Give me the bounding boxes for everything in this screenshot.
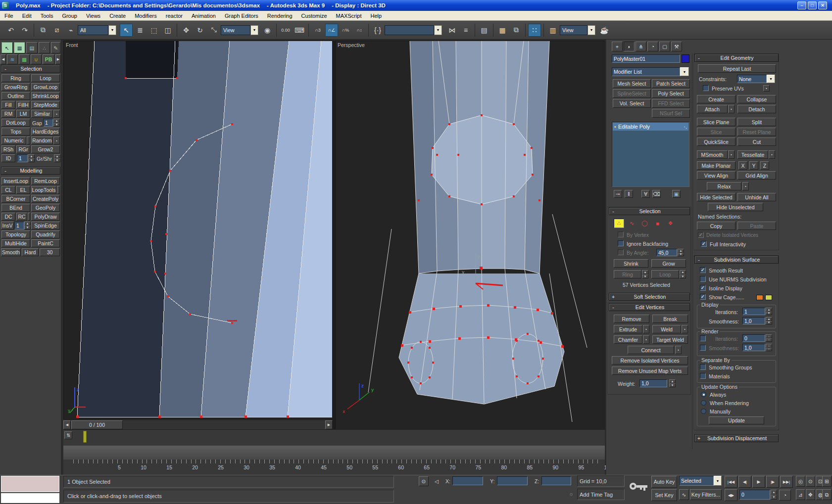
slice-button[interactable]: Slice xyxy=(697,128,735,136)
select-and-move-icon[interactable]: ✥ xyxy=(180,24,193,37)
menu-item[interactable]: Graph Editors xyxy=(220,13,263,19)
align-icon[interactable]: ≡ xyxy=(459,24,472,37)
object-name-field[interactable]: PolyMaster01 xyxy=(612,54,680,63)
pb-random-button[interactable]: Random xyxy=(31,137,53,144)
named-selection-arrow-icon[interactable] xyxy=(434,25,442,35)
pb-brush-tool-icon[interactable]: ✎ xyxy=(51,42,60,53)
pb-rm-button[interactable]: RM xyxy=(1,110,15,118)
delete-isolated-vertices-checkbox[interactable] xyxy=(698,232,704,238)
maximize-button[interactable]: □ xyxy=(808,1,817,9)
add-time-tag[interactable]: Add Time Tag xyxy=(577,489,625,500)
pb-grow2-button[interactable]: Grow2 xyxy=(31,145,60,153)
pin-stack-icon[interactable]: ⊸ xyxy=(614,190,622,198)
tab-modify[interactable]: ◗ xyxy=(624,42,635,51)
relax-button[interactable]: Relax xyxy=(707,182,741,190)
x-field[interactable] xyxy=(452,476,483,485)
smooth-result-checkbox[interactable] xyxy=(700,267,706,273)
when-rendering-radio[interactable] xyxy=(701,400,706,406)
pb-rc-options-button[interactable] xyxy=(28,213,30,221)
maxscript-mini-listener-pink[interactable] xyxy=(1,476,59,492)
planar-z-button[interactable]: Z xyxy=(760,161,769,170)
connect-button[interactable]: Connect xyxy=(628,346,674,354)
window-crossing-icon[interactable]: ◫ xyxy=(161,24,174,37)
auto-key-button[interactable]: Auto Key xyxy=(651,476,677,488)
border-subobject-icon[interactable]: ◯ xyxy=(639,219,650,228)
select-by-name-icon[interactable]: ≣ xyxy=(134,24,147,37)
set-key-button[interactable]: Set Key xyxy=(651,489,677,501)
front-viewport[interactable]: z y xyxy=(63,41,332,419)
current-frame-spinner[interactable] xyxy=(771,490,777,500)
polygon-subobject-icon[interactable]: ■ xyxy=(652,219,663,228)
pb-random-options-button[interactable]: ▪ xyxy=(53,137,60,144)
manually-radio[interactable] xyxy=(701,409,706,414)
make-unique-icon[interactable]: ∀ xyxy=(641,190,650,198)
perspective-viewport-label[interactable]: Perspective xyxy=(338,42,365,48)
pb-insv-button[interactable]: InsV xyxy=(1,222,14,229)
edit-geometry-rollout[interactable]: -Edit Geometry xyxy=(694,54,779,62)
play-icon[interactable]: ▶ xyxy=(752,476,765,488)
selection-filter-arrow-icon[interactable] xyxy=(108,25,116,35)
goto-start-icon[interactable]: |◀◀ xyxy=(725,476,737,488)
key-mode-toggle-icon[interactable]: ◀▶ xyxy=(725,489,737,501)
preserve-uvs-settings-button[interactable]: ▪ xyxy=(763,85,770,92)
schematic-view-icon[interactable]: ⧉ xyxy=(510,24,523,37)
select-and-scale-icon[interactable]: ⤡ xyxy=(207,24,220,37)
menu-item[interactable]: File xyxy=(0,13,18,19)
tessellate-settings-button[interactable]: ▪ xyxy=(769,150,775,159)
angle-snap-icon[interactable]: ∩∠ xyxy=(325,24,338,37)
pb-numeric-options-button[interactable] xyxy=(27,137,30,144)
pb-growloop-button[interactable]: GrowLoop xyxy=(31,83,60,91)
remove-modifier-icon[interactable]: ⌫ xyxy=(652,190,661,198)
default-tangent-icon[interactable]: ∿ xyxy=(679,489,689,500)
redo-icon[interactable]: ↷ xyxy=(18,24,31,37)
slice-plane-button[interactable]: Slice Plane xyxy=(697,118,735,126)
weight-spinner[interactable] xyxy=(669,379,676,387)
display-iterations-spinner[interactable] xyxy=(766,308,772,315)
z-field[interactable] xyxy=(541,476,571,485)
pb-hardedges-button[interactable]: HardEdges xyxy=(31,128,60,136)
pb-select-tool-icon[interactable]: ↖ xyxy=(1,42,13,53)
named-selection-dropdown[interactable] xyxy=(385,25,434,35)
isoline-display-checkbox[interactable] xyxy=(700,285,706,291)
next-frame-icon[interactable]: |▶ xyxy=(766,476,779,488)
pb-bend-button[interactable]: BEnd xyxy=(1,204,30,212)
selection-lock-icon[interactable]: ⊙ xyxy=(419,476,429,486)
pb-loops-icon[interactable]: ∪ xyxy=(31,54,42,64)
y-field[interactable] xyxy=(497,476,528,485)
pb-insv-field[interactable]: 1 xyxy=(14,222,24,229)
unlink-selection-icon[interactable]: ⧄ xyxy=(50,24,63,37)
pb-next-icon[interactable]: ▶ xyxy=(55,54,61,64)
pb-outline-button[interactable]: Outline xyxy=(1,92,30,100)
close-button[interactable]: ✕ xyxy=(818,1,827,9)
remove-isolated-vertices-button[interactable]: Remove Isolated Vertices xyxy=(612,356,688,365)
loop-spinner[interactable] xyxy=(680,270,686,278)
time-configuration-icon[interactable]: ◔ xyxy=(779,490,791,501)
tab-hierarchy[interactable]: ⋔ xyxy=(636,42,646,51)
use-nurms-checkbox[interactable] xyxy=(700,276,706,282)
field-of-view-icon[interactable]: ⊿ xyxy=(796,489,805,500)
pb-dc-button[interactable]: DC xyxy=(1,213,15,221)
hide-selected-button[interactable]: Hide Selected xyxy=(697,193,735,201)
tab-motion[interactable]: ◔ xyxy=(647,42,658,51)
constraints-dropdown[interactable]: None xyxy=(737,75,767,83)
pb-cage-icon[interactable]: ▦ xyxy=(19,54,30,64)
undo-icon[interactable]: ↶ xyxy=(4,24,17,37)
planar-x-button[interactable]: X xyxy=(738,161,747,170)
menu-item[interactable]: Help xyxy=(366,13,387,19)
layer-manager-icon[interactable]: ▤ xyxy=(478,24,490,37)
relax-settings-button[interactable]: ▪ xyxy=(742,182,749,190)
spline-select-button[interactable]: SplineSelect xyxy=(613,89,651,98)
vol-select-button[interactable]: Vol. Select xyxy=(613,99,651,108)
selection-filter-dropdown[interactable]: All xyxy=(78,25,108,35)
collapse-button[interactable]: Collapse xyxy=(737,95,776,103)
detach-button[interactable]: Detach xyxy=(737,105,776,113)
edge-subobject-icon[interactable]: ∿ xyxy=(627,219,637,228)
quick-render-icon[interactable]: ☕ xyxy=(598,24,611,37)
pb-geopoly-button[interactable]: GeoPoly xyxy=(31,204,60,212)
ring-spinner[interactable] xyxy=(642,270,648,278)
planar-y-button[interactable]: Y xyxy=(749,161,758,170)
material-editor-icon[interactable]: ∷ xyxy=(528,24,541,37)
pb-growring-button[interactable]: GrowRing xyxy=(1,83,30,91)
menu-item[interactable]: Group xyxy=(57,13,82,19)
frame-marker[interactable] xyxy=(83,431,87,443)
